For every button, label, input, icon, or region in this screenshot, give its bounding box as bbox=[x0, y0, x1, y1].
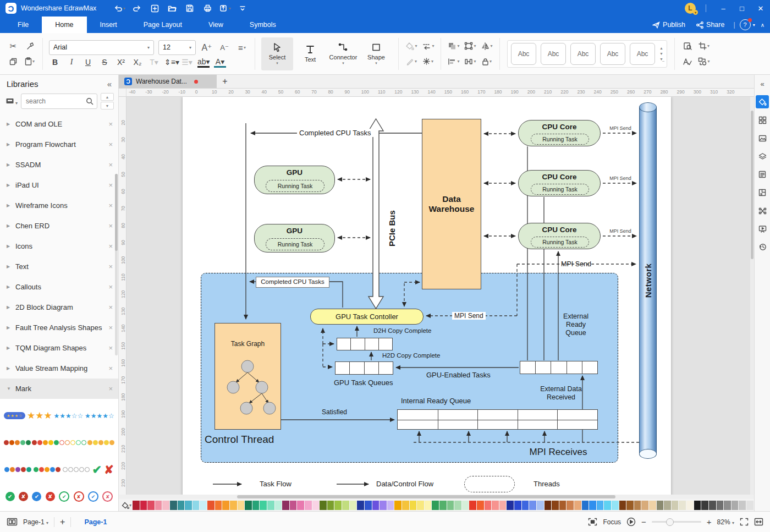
emoji-scale-shape[interactable] bbox=[59, 440, 86, 445]
color-swatch[interactable] bbox=[334, 501, 342, 510]
running-task[interactable]: Running Task bbox=[531, 184, 589, 195]
floor-plan-icon[interactable] bbox=[756, 186, 769, 199]
collapse-icon[interactable]: ▼ bbox=[7, 386, 15, 391]
line-spacing-icon[interactable]: ⇕≡▾ bbox=[164, 58, 177, 67]
new-document-icon[interactable] bbox=[147, 2, 162, 14]
focus-label[interactable]: Focus bbox=[603, 518, 621, 526]
color-swatch[interactable] bbox=[462, 501, 469, 510]
external-ready-queue[interactable] bbox=[520, 361, 598, 374]
color-swatch[interactable] bbox=[215, 501, 222, 510]
connector-tool[interactable]: Connector▾ bbox=[327, 37, 359, 70]
superscript-icon[interactable]: X² bbox=[115, 58, 127, 67]
redo-icon[interactable] bbox=[130, 2, 144, 14]
running-task[interactable]: Running Task bbox=[531, 134, 589, 145]
menu-tab-insert[interactable]: Insert bbox=[87, 17, 130, 33]
play-presentation-icon[interactable] bbox=[626, 517, 636, 526]
close-library-icon[interactable]: × bbox=[108, 161, 113, 169]
gallery-up-icon[interactable]: ▲ bbox=[659, 46, 663, 50]
increase-font-icon[interactable]: A⁺ bbox=[200, 41, 213, 54]
bullet-list-icon[interactable]: ☰▾ bbox=[181, 58, 193, 67]
running-task[interactable]: Running Task bbox=[266, 180, 324, 192]
canvas-horizontal-scrollbar[interactable] bbox=[119, 495, 754, 499]
color-swatch[interactable] bbox=[477, 501, 484, 510]
color-swatch[interactable] bbox=[312, 501, 320, 510]
smart-connect-icon[interactable] bbox=[756, 204, 769, 217]
add-page-button[interactable]: + bbox=[60, 517, 65, 527]
publish-button[interactable]: Publish bbox=[648, 21, 690, 29]
color-swatch[interactable] bbox=[425, 501, 432, 510]
color-swatch[interactable] bbox=[672, 501, 679, 510]
badge-outline-shape[interactable]: ✔ bbox=[88, 491, 98, 502]
print-icon[interactable] bbox=[200, 2, 215, 14]
history-icon[interactable] bbox=[756, 240, 769, 254]
lock-icon[interactable]: ▾ bbox=[480, 55, 493, 68]
check-mark-shape[interactable]: ✔ bbox=[92, 463, 102, 476]
presentation-icon[interactable] bbox=[756, 222, 769, 235]
gpu-node[interactable]: GPU Running Task bbox=[254, 166, 335, 194]
close-library-icon[interactable]: × bbox=[108, 140, 113, 149]
color-swatch[interactable] bbox=[282, 501, 289, 510]
close-button[interactable]: ✕ bbox=[751, 0, 770, 17]
color-swatch[interactable] bbox=[387, 501, 394, 510]
font-family-select[interactable]: Arial▾ bbox=[49, 40, 154, 55]
color-swatch[interactable] bbox=[664, 501, 671, 510]
close-library-icon[interactable]: × bbox=[108, 303, 113, 311]
page-layout-icon[interactable] bbox=[7, 518, 18, 526]
cross-mark-shape[interactable]: ✘ bbox=[104, 463, 114, 476]
pcie-bus-arrow[interactable] bbox=[369, 119, 383, 309]
close-library-icon[interactable]: × bbox=[108, 242, 113, 250]
export-icon[interactable]: ▾ bbox=[218, 2, 232, 14]
color-swatch[interactable] bbox=[552, 501, 559, 510]
library-item-fault-tree-analysis-shapes[interactable]: ▶Fault Tree Analysis Shapes× bbox=[0, 317, 118, 338]
color-swatch[interactable] bbox=[739, 501, 746, 510]
library-item-callouts[interactable]: ▶Callouts× bbox=[0, 277, 118, 297]
close-library-icon[interactable]: × bbox=[108, 323, 113, 332]
color-swatch[interactable] bbox=[514, 501, 521, 510]
color-swatch[interactable] bbox=[694, 501, 701, 510]
color-swatch[interactable] bbox=[245, 501, 252, 510]
cpu-core-node[interactable]: CPU Core Running Task bbox=[518, 223, 601, 249]
data-warehouse-node[interactable]: Data Warehouse bbox=[422, 119, 481, 289]
scroll-up-button[interactable]: ▲ bbox=[101, 93, 114, 101]
expand-icon[interactable]: ▶ bbox=[7, 305, 15, 310]
color-swatch[interactable] bbox=[140, 501, 147, 510]
style-preset[interactable]: Abc bbox=[630, 43, 655, 65]
h2d-queue[interactable] bbox=[335, 361, 393, 375]
undo-icon[interactable]: ▾ bbox=[112, 2, 127, 14]
expand-icon[interactable]: ▶ bbox=[7, 142, 15, 147]
group-icon[interactable]: ▾ bbox=[447, 40, 460, 53]
flip-icon[interactable]: ▾ bbox=[480, 40, 493, 53]
network-cylinder[interactable]: Network bbox=[639, 107, 657, 454]
image-icon[interactable] bbox=[756, 131, 769, 145]
color-swatch[interactable] bbox=[619, 501, 626, 510]
customize-toolbar-icon[interactable] bbox=[235, 2, 250, 14]
star-rating-shape[interactable]: ★★★☆☆ bbox=[53, 412, 83, 420]
search-input[interactable] bbox=[25, 97, 86, 106]
pen-style-icon[interactable]: ▾ bbox=[405, 55, 418, 68]
color-swatch[interactable] bbox=[155, 501, 162, 510]
color-swatch[interactable] bbox=[439, 501, 447, 510]
find-icon[interactable] bbox=[681, 40, 694, 53]
color-swatch[interactable] bbox=[238, 501, 245, 510]
menu-tab-page-layout[interactable]: Page Layout bbox=[130, 17, 195, 33]
library-item-value-stream-mapping[interactable]: ▶Value Stream Mapping× bbox=[0, 358, 118, 379]
color-swatch[interactable] bbox=[507, 501, 514, 510]
star-rating-shape[interactable]: ★★★★☆ bbox=[85, 412, 114, 420]
gallery-expand-icon[interactable]: ▼̲ bbox=[659, 57, 663, 61]
library-item-tqm-diagram-shapes[interactable]: ▶TQM Diagram Shapes× bbox=[0, 338, 118, 358]
library-item-mark[interactable]: ▼Mark× bbox=[0, 379, 118, 399]
color-swatch[interactable] bbox=[402, 501, 409, 510]
expand-icon[interactable]: ▶ bbox=[7, 366, 15, 371]
zoom-slider-knob[interactable] bbox=[666, 518, 674, 526]
emoji-scale-shape[interactable] bbox=[63, 467, 90, 472]
emoji-scale-shape[interactable] bbox=[34, 467, 61, 472]
color-swatch[interactable] bbox=[320, 501, 327, 510]
color-swatch[interactable] bbox=[290, 501, 297, 510]
fill-color-icon[interactable]: ▾ bbox=[405, 40, 418, 53]
color-swatch[interactable] bbox=[200, 501, 207, 510]
menu-tab-file[interactable]: File bbox=[4, 17, 42, 33]
badge-outline-shape[interactable]: ✔ bbox=[59, 491, 69, 502]
color-swatch[interactable] bbox=[297, 501, 304, 510]
align-shapes-icon[interactable]: ▾ bbox=[447, 55, 460, 68]
style-preset[interactable]: Abc bbox=[541, 43, 566, 65]
